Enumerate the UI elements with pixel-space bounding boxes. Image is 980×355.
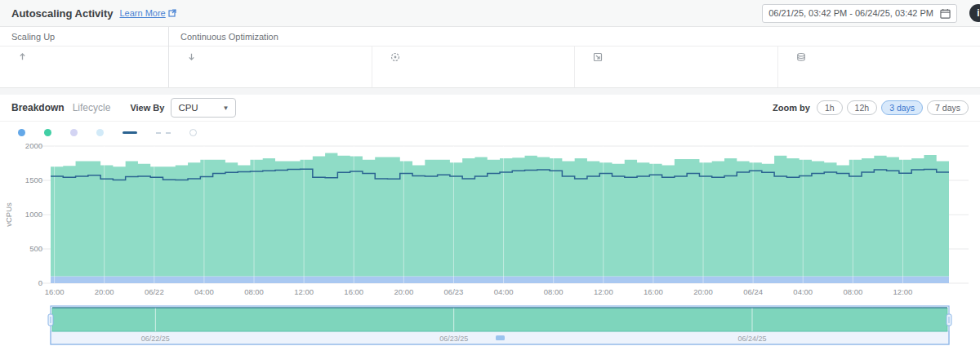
metric-revert-commitments: [777, 47, 980, 87]
regular-area-series: [51, 277, 949, 283]
x-axis-tick-label: 12:00: [594, 287, 613, 296]
main-chart[interactable]: 0500100015002000vCPUs16:0020:0006/2204:0…: [0, 138, 980, 301]
spot-area-series: [51, 153, 949, 276]
scale-down-icon: [187, 52, 196, 61]
revert-commitments-icon: [796, 52, 806, 62]
x-axis-tick-label: 08:00: [244, 287, 264, 296]
legend-swatch-dashed-line: [156, 132, 171, 134]
page-title: Autoscaling Activity: [11, 7, 113, 20]
metric-title-row: [187, 52, 372, 61]
legend-item-autoscaling-event[interactable]: [189, 129, 201, 136]
legend-swatch-dot: [70, 129, 78, 136]
y-axis-tick-label: 0: [38, 278, 42, 287]
revert-lower-cost-icon: [593, 52, 603, 62]
group-scaling-up: Scaling Up: [0, 27, 169, 87]
group-continuous-optimization: Continuous Optimization: [169, 27, 980, 87]
group-scaling-up-header: Scaling Up: [0, 27, 168, 47]
metric-revert-spots: [372, 47, 575, 87]
date-range-picker[interactable]: 06/21/25, 03:42 PM - 06/24/25, 03:42 PM: [762, 4, 957, 23]
y-axis-tick-label: 1500: [25, 175, 42, 184]
x-axis-tick-label: 04:00: [194, 287, 214, 296]
zoom-option-1h[interactable]: 1h: [817, 100, 843, 115]
metric-title-row: [18, 52, 168, 61]
group-continuous-optimization-header: Continuous Optimization: [169, 27, 980, 47]
legend-swatch-dot: [96, 129, 104, 136]
tab-lifecycle[interactable]: Lifecycle: [73, 102, 111, 113]
zoom-option-7-days[interactable]: 7 days: [927, 100, 969, 115]
zoom-option-3-days[interactable]: 3 days: [881, 100, 923, 115]
tab-breakdown[interactable]: Breakdown: [11, 102, 65, 113]
brush-handle-left[interactable]: [48, 314, 53, 326]
chart-controls: Breakdown Lifecycle View By CPU ▼ Zoom b…: [0, 95, 980, 122]
learn-more-link[interactable]: Learn More: [119, 8, 165, 18]
legend-item-reserved[interactable]: [70, 129, 82, 136]
metric-scale-up: [0, 47, 168, 87]
x-axis-tick-label: 16:00: [45, 287, 65, 296]
zoom-option-12h[interactable]: 12h: [847, 100, 878, 115]
brush-center-grip[interactable]: [496, 335, 505, 340]
legend-item-workload-with-headroom[interactable]: [156, 132, 175, 134]
x-axis-tick-label: 06/24: [743, 287, 763, 296]
brush-date-label: 06/24/25: [737, 335, 766, 343]
legend-swatch-line: [122, 131, 137, 134]
legend-swatch-dot: [18, 129, 25, 136]
x-axis-tick-label: 04:00: [793, 287, 813, 296]
view-by-value: CPU: [178, 103, 198, 113]
info-glyph: i: [977, 7, 979, 19]
legend-item-regular[interactable]: [18, 129, 29, 136]
x-axis-tick-label: 12:00: [294, 287, 314, 296]
metric-revert-lower-cost: [574, 47, 777, 87]
scale-up-icon: [18, 52, 27, 61]
legend-swatch-dot: [44, 129, 51, 136]
x-axis-tick-label: 06/23: [444, 287, 464, 296]
y-axis-tick-label: 2000: [25, 141, 42, 150]
metric-title-row: [796, 52, 980, 62]
overview-brush-chart[interactable]: 06/22/2506/23/2506/24/25: [0, 304, 980, 350]
x-axis-tick-label: 06/22: [145, 287, 164, 296]
zoom-by-group: Zoom by 1h12h3 days7 days: [773, 100, 969, 115]
scaling-stats-panel: Scaling Up Continuous Optimization: [0, 26, 980, 88]
metric-scale-down: [169, 47, 372, 87]
x-axis-tick-label: 12:00: [893, 287, 913, 296]
view-by-label: View By: [130, 103, 164, 113]
chart-card: Breakdown Lifecycle View By CPU ▼ Zoom b…: [0, 95, 980, 355]
y-axis-tick-label: 1000: [25, 210, 42, 219]
y-axis-title: vCPUs: [4, 202, 13, 227]
legend-swatch-circle: [189, 129, 197, 136]
y-axis-tick-label: 500: [29, 244, 42, 253]
calendar-icon[interactable]: [940, 8, 951, 19]
mini-spot-area: [52, 308, 947, 331]
date-range-value: 06/21/25, 03:42 PM - 06/24/25, 03:42 PM: [768, 8, 933, 18]
x-axis-tick-label: 16:00: [344, 287, 363, 296]
legend-item-spot[interactable]: [44, 129, 56, 136]
legend-item-savings-plan[interactable]: [96, 129, 108, 136]
zoom-by-label: Zoom by: [773, 103, 810, 113]
brush-date-label: 06/23/25: [439, 335, 468, 343]
x-axis-tick-label: 08:00: [544, 287, 564, 296]
x-axis-tick-label: 04:00: [494, 287, 514, 296]
x-axis-tick-label: 20:00: [693, 287, 713, 296]
external-link-icon: [168, 6, 176, 20]
revert-spots-icon: [390, 52, 400, 62]
brush-date-label: 06/22/25: [141, 335, 170, 343]
x-axis-tick-label: 16:00: [644, 287, 663, 296]
info-icon[interactable]: i: [969, 4, 980, 22]
page-header: Autoscaling Activity Learn More 06/21/25…: [0, 0, 980, 26]
chevron-down-icon: ▼: [222, 104, 229, 112]
metric-title-row: [593, 52, 777, 62]
view-by-select[interactable]: CPU ▼: [171, 98, 236, 118]
brush-handle-right[interactable]: [947, 314, 951, 326]
x-axis-tick-label: 20:00: [394, 287, 413, 296]
legend-item-workload-request[interactable]: [122, 131, 141, 134]
chart-legend: [0, 122, 980, 138]
x-axis-tick-label: 08:00: [843, 287, 862, 296]
metric-title-row: [390, 52, 575, 62]
section-divider: [0, 88, 980, 95]
x-axis-tick-label: 20:00: [95, 287, 114, 296]
